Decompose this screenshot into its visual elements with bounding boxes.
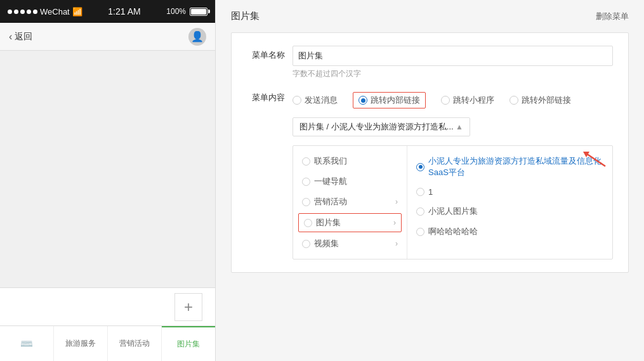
carrier-label: WeChat [40,7,70,16]
back-label: 返回 [15,31,32,43]
tab-travel[interactable]: 旅游服务 [54,326,108,361]
radio-mini-program-circle [441,96,450,105]
tree-item-photos[interactable]: 图片集 › [298,213,402,232]
battery-label: 100% [166,7,186,16]
tree-right-item-3[interactable]: 小泥人图片集 [407,201,612,221]
phone-bottom-add: + [0,287,215,325]
tab-photos-label: 图片集 [177,339,200,350]
back-arrow-icon: ‹ [9,31,12,43]
tree-right-radio-1 [416,163,424,171]
tree-right-label-3: 小泥人图片集 [428,206,478,217]
dropdown-row: 图片集 / 小泥人专业为旅游资源方打造私... ▲ [247,117,613,136]
menu-tree: 联系我们 一键导航 营销活动 › 图片集 [292,145,613,259]
tree-right-label-2: 1 [428,187,433,197]
config-header: 图片集 删除菜单 [231,10,629,22]
radio-mini-program[interactable]: 跳转小程序 [441,95,494,106]
red-arrow-indicator [577,148,608,170]
tree-item-video[interactable]: 视频集 › [293,233,407,254]
menu-name-row: 菜单名称 字数不超过四个汉字 [247,46,613,79]
profile-icon[interactable]: 👤 [188,28,206,46]
time-label: 1:21 AM [108,6,140,16]
plus-icon: + [184,298,193,316]
tree-label-contact: 联系我们 [314,155,347,167]
tab-travel-label: 旅游服务 [65,338,96,349]
tab-keyboard[interactable]: ⌨️ [0,326,54,361]
phone-status-bar: WeChat 📶 1:21 AM 100% [0,0,215,23]
tree-radio-marketing [302,198,310,206]
name-control: 字数不超过四个汉字 [292,46,613,79]
tree-radio-video [302,240,310,248]
tree-label-video: 视频集 [314,238,339,249]
battery-icon [190,8,207,16]
status-left: WeChat 📶 [8,7,82,16]
red-arrow-svg [577,148,608,167]
radio-external-link-circle [509,96,518,105]
tree-row: 联系我们 一键导航 营销活动 › 图片集 [247,145,613,259]
radio-mini-program-label: 跳转小程序 [453,95,494,106]
menu-name-input[interactable] [292,46,613,66]
name-hint: 字数不超过四个汉字 [292,69,613,79]
dropdown-value: 图片集 / 小泥人专业为旅游资源方打造私... [299,121,454,133]
menu-content-row: 菜单内容 发送消息 跳转内部链接 跳转小程序 [247,88,613,108]
phone-panel: WeChat 📶 1:21 AM 100% ‹ 返回 👤 + ⌨️ [0,0,216,361]
content-label: 菜单内容 [247,88,285,103]
tree-right-radio-4 [416,228,424,236]
tree-label-photos: 图片集 [316,217,341,228]
tree-item-contact[interactable]: 联系我们 [293,151,407,171]
tree-spacer [247,145,285,149]
tree-label-marketing: 营销活动 [314,196,347,207]
tab-marketing[interactable]: 营销活动 [108,326,162,361]
config-body: 菜单名称 字数不超过四个汉字 菜单内容 发送消息 跳转内部链接 [231,32,629,273]
video-arrow-icon: › [395,239,398,248]
radio-internal-link-circle [358,96,367,105]
tab-photos[interactable]: 图片集 [162,326,215,361]
config-panel: 图片集 删除菜单 菜单名称 字数不超过四个汉字 菜单内容 发送消息 [216,0,644,361]
radio-external-link-label: 跳转外部链接 [522,95,571,106]
phone-content [0,51,215,287]
keyboard-icon: ⌨️ [20,338,33,350]
tree-right-radio-3 [416,207,424,216]
delete-menu-button[interactable]: 删除菜单 [596,11,629,22]
tree-radio-contact [302,157,310,166]
tree-right: 小泥人专业为旅游资源方打造私域流量及信息化SaaS平台 1 小泥人图片集 [407,146,612,259]
photos-arrow-icon: › [393,218,396,227]
tree-right-item-2[interactable]: 1 [407,183,612,201]
tree-right-item-4[interactable]: 啊哈哈哈哈哈 [407,221,612,242]
tree-right-label-4: 啊哈哈哈哈哈 [428,226,478,237]
svg-line-0 [586,154,605,166]
tree-label-nav: 一键导航 [314,176,347,187]
tree-right-radio-2 [416,188,424,196]
tree-item-marketing[interactable]: 营销活动 › [293,192,407,212]
dropdown-spacer [247,117,285,121]
name-label: 菜单名称 [247,46,285,61]
tab-marketing-label: 营销活动 [119,338,150,349]
add-button[interactable]: + [174,293,202,321]
link-dropdown[interactable]: 图片集 / 小泥人专业为旅游资源方打造私... ▲ [292,117,470,136]
radio-internal-link[interactable]: 跳转内部链接 [353,92,426,108]
tree-radio-nav [302,178,310,186]
tree-item-nav[interactable]: 一键导航 [293,171,407,192]
radio-send-msg-circle [292,96,301,105]
radio-group: 发送消息 跳转内部链接 跳转小程序 跳转外部链接 [292,88,571,108]
radio-send-msg-label: 发送消息 [305,95,338,106]
tree-radio-photos [304,219,312,227]
wifi-icon: 📶 [72,7,82,16]
radio-external-link[interactable]: 跳转外部链接 [509,95,571,106]
signal-icon [8,10,37,14]
phone-tabs: ⌨️ 旅游服务 营销活动 图片集 [0,325,215,361]
chevron-down-icon: ▲ [456,122,463,131]
tree-left: 联系我们 一键导航 营销活动 › 图片集 [293,146,407,259]
phone-nav: ‹ 返回 👤 [0,23,215,51]
marketing-arrow-icon: › [395,197,398,206]
radio-send-msg[interactable]: 发送消息 [292,95,338,106]
back-button[interactable]: ‹ 返回 [9,31,32,43]
config-title: 图片集 [231,10,260,22]
status-right: 100% [166,7,207,16]
radio-internal-link-label: 跳转内部链接 [371,95,420,106]
